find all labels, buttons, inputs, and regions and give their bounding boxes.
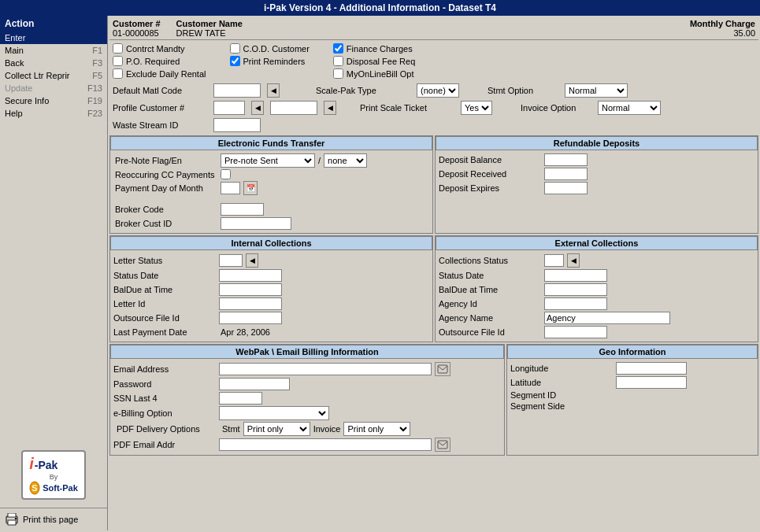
pdf-delivery-label: PDF Delivery Options [117,424,219,434]
external-collections-header: External Collections [436,236,758,250]
checkbox-print-reminders[interactable]: Print Reminders [230,56,310,66]
email-address-label: Email Address [113,364,216,374]
ssn-input[interactable] [219,392,262,405]
sidebar-item-secure-info[interactable]: Secure Info F19 [0,94,107,107]
print-scale-ticket-select[interactable]: Yes [461,101,492,115]
none-select[interactable]: none [324,153,367,168]
default-matl-code-arrow[interactable]: ◀ [267,83,280,98]
myonlinebill-checkbox[interactable] [333,68,343,79]
sidebar-item-back[interactable]: Back F3 [0,57,107,69]
int-baldue-input[interactable] [219,283,282,296]
payment-day-label: Payment Day of Month [115,183,217,193]
email-address-input[interactable] [219,363,432,375]
ext-status-date-row: Status Date [439,268,754,283]
sidebar-item-collect-ltr[interactable]: Collect Ltr Reprir F5 [0,69,107,82]
sidebar-item-enter[interactable]: Enter [0,31,107,44]
payment-day-input[interactable] [221,182,240,194]
collections-status-label: Collections Status [439,256,541,265]
ssn-row: SSN Last 4 [113,391,501,405]
broker-cust-id-input[interactable] [221,217,291,230]
ebilling-select[interactable] [219,406,329,420]
stmt-select[interactable]: Print only [243,422,310,436]
checkbox-disposal-fee[interactable]: Disposal Fee Req [333,56,415,66]
sidebar-item-help[interactable]: Help F23 [0,107,107,120]
waste-stream-id-input[interactable] [213,118,261,132]
stmt-label: Stmt [222,424,240,434]
prenote-label: Pre-Note Flag/En [115,156,217,165]
deposit-received-input[interactable] [544,168,588,180]
int-status-date-row: Status Date [113,268,429,283]
longitude-input[interactable] [616,362,687,375]
letter-id-label: Letter Id [113,299,216,308]
latitude-input[interactable] [616,376,687,389]
ext-baldue-input[interactable] [544,283,607,296]
profile-customer-label: Profile Customer # [113,103,207,113]
letter-status-row: Letter Status ◀ [113,253,429,268]
deposit-balance-input[interactable] [544,153,588,166]
email-address-row: Email Address [113,361,501,377]
disposal-fee-checkbox[interactable] [333,56,343,66]
deposit-received-row: Deposit Received [439,167,754,181]
letter-id-input[interactable] [219,297,282,310]
pdf-email-label: PDF Email Addr [113,440,216,449]
invoice-option-label: Invoice Option [521,103,591,113]
letter-status-label: Letter Status [113,256,216,265]
checkbox-myonlinebill[interactable]: MyOnLineBill Opt [333,68,415,79]
email-icon-button[interactable] [435,362,450,376]
calendar-button[interactable]: 📅 [243,181,258,195]
checkbox-finance-charges[interactable]: Finance Charges [333,43,415,54]
collections-status-arrow[interactable]: ◀ [567,253,580,268]
ebilling-label: e-Billing Option [113,408,216,418]
invoice-option-select[interactable]: Normal [598,101,661,115]
exclude-daily-rental-checkbox[interactable] [113,68,123,79]
password-input[interactable] [219,378,290,390]
int-status-date-input[interactable] [219,269,282,282]
last-payment-label: Last Payment Date [113,327,216,337]
checkbox-contrct-mandty[interactable]: Contrct Mandty [113,43,206,54]
letter-status-input[interactable] [219,254,243,267]
finance-charges-checkbox[interactable] [333,43,343,54]
checkbox-po-required[interactable]: P.O. Required [113,56,206,66]
profile-customer-input1[interactable] [213,101,245,115]
collections-status-input[interactable] [544,254,564,267]
checkbox-cod-customer[interactable]: C.O.D. Customer [230,43,310,54]
ebilling-row: e-Billing Option [113,405,501,421]
pdf-email-icon [437,440,448,449]
int-outsource-row: Outsource File Id [113,311,429,325]
ext-status-date-label: Status Date [439,271,541,280]
int-status-date-label: Status Date [113,271,216,280]
profile-customer-input2[interactable] [270,101,317,115]
last-payment-value: Apr 28, 2006 [219,326,282,338]
int-outsource-input[interactable] [219,312,282,324]
contrct-mandty-checkbox[interactable] [113,43,123,54]
ext-outsource-row: Outsource File Id [439,325,754,339]
deposit-expires-input[interactable] [544,182,588,194]
webpak-header: WebPak \ Email Billing Information [110,345,504,359]
default-matl-code-input[interactable] [213,83,261,98]
letter-status-arrow[interactable]: ◀ [246,253,258,268]
print-reminders-checkbox[interactable] [230,56,240,66]
stmt-option-select[interactable]: Normal [565,83,628,98]
sidebar: Action Enter Main F1 Back F3 Collect Ltr… [0,16,108,530]
broker-code-input[interactable] [221,203,264,216]
scale-pak-type-select[interactable]: (none) [417,83,459,98]
checkbox-exclude-daily-rental[interactable]: Exclude Daily Rental [113,68,206,79]
internal-collections-section: Internal Collections Letter Status ◀ Sta… [109,235,433,342]
pdf-email-icon-button[interactable] [435,438,450,452]
cod-customer-checkbox[interactable] [230,43,240,54]
profile-customer-arrow2[interactable]: ◀ [324,101,336,115]
ext-status-date-input[interactable] [544,269,607,282]
po-required-checkbox[interactable] [113,56,123,66]
prenote-select[interactable]: Pre-note Sent [221,153,315,168]
agency-name-input[interactable] [544,312,670,324]
reoccuring-checkbox[interactable] [221,169,231,179]
sidebar-item-main[interactable]: Main F1 [0,44,107,57]
ext-outsource-input[interactable] [544,326,607,338]
pdf-email-input[interactable] [219,438,432,451]
latitude-label: Latitude [510,378,613,387]
print-page-button[interactable]: Print this page [0,508,107,530]
svg-rect-4 [8,513,16,517]
agency-id-input[interactable] [544,297,607,310]
invoice-select[interactable]: Print only [343,422,410,436]
profile-customer-arrow1[interactable]: ◀ [251,101,264,115]
